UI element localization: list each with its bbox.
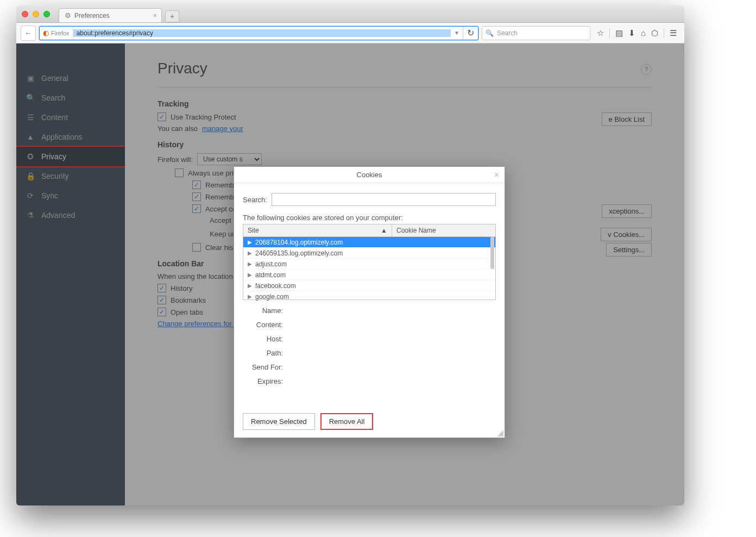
gear-icon: ⚙: [65, 11, 71, 20]
maximize-window-icon[interactable]: [43, 11, 50, 17]
window-titlebar: ⚙ Preferences × +: [16, 5, 684, 23]
downloads-icon[interactable]: ⬇: [628, 28, 635, 38]
remove-all-button[interactable]: Remove All: [320, 413, 374, 430]
cookie-detail-row: Send For:: [243, 360, 496, 374]
pocket-icon[interactable]: ⬡: [651, 28, 658, 38]
cookie-site-row[interactable]: ▶adjust.com: [243, 259, 495, 270]
expand-icon: ▶: [248, 250, 252, 256]
close-window-icon[interactable]: [22, 11, 28, 17]
site-name: atdmt.com: [255, 271, 286, 279]
col-name-header[interactable]: Cookie Name: [392, 224, 495, 236]
url-identity-label: Firefox: [51, 30, 70, 36]
detail-label: Name:: [243, 307, 286, 315]
cookie-detail-row: Name:: [243, 303, 496, 317]
expand-icon: ▶: [248, 239, 252, 245]
separator: [609, 28, 610, 38]
new-tab-button[interactable]: +: [165, 10, 179, 22]
menu-icon[interactable]: ☰: [670, 28, 677, 38]
col-site-header[interactable]: Site ▲: [243, 224, 392, 236]
resize-handle[interactable]: [497, 430, 503, 436]
cookie-detail-row: Expires:: [243, 374, 496, 388]
cookie-site-row[interactable]: ▶google.com: [243, 291, 495, 302]
site-name: 206878104.log.optimizely.com: [255, 239, 343, 246]
detail-label: Expires:: [243, 377, 286, 385]
cookie-site-row[interactable]: ▶206878104.log.optimizely.com: [243, 237, 495, 248]
separator: [664, 28, 664, 38]
reload-button[interactable]: ↻: [463, 27, 478, 40]
firefox-icon: ◐: [43, 29, 49, 37]
expand-icon: ▶: [248, 261, 252, 267]
url-dropdown-icon[interactable]: ▼: [451, 30, 463, 36]
expand-icon: ▶: [248, 294, 252, 299]
remove-selected-button[interactable]: Remove Selected: [243, 413, 315, 430]
close-tab-icon[interactable]: ×: [153, 12, 157, 20]
sort-asc-icon: ▲: [381, 227, 387, 234]
detail-label: Send For:: [243, 363, 286, 371]
dialog-title: Cookies: [357, 171, 382, 179]
cookie-detail-row: Path:: [243, 346, 496, 360]
back-button[interactable]: ←: [21, 26, 36, 41]
expand-icon: ▶: [248, 283, 252, 289]
site-name: 246059135.log.optimizely.com: [255, 249, 343, 257]
scrollbar[interactable]: [490, 236, 494, 269]
url-text[interactable]: about:preferences#privacy: [73, 29, 451, 37]
cookie-detail-row: Content:: [243, 317, 496, 332]
cookie-site-row[interactable]: ▶atdmt.com: [243, 270, 495, 280]
search-bar[interactable]: 🔍 Search: [482, 26, 590, 40]
search-label: Search:: [243, 196, 267, 204]
home-icon[interactable]: ⌂: [641, 28, 646, 38]
detail-label: Host:: [243, 335, 286, 343]
expand-icon: ▶: [248, 272, 252, 278]
cookie-site-row[interactable]: ▶facebook.com: [243, 280, 495, 291]
bookmark-star-icon[interactable]: ☆: [597, 28, 604, 38]
search-placeholder: Search: [497, 29, 518, 37]
cookie-site-row[interactable]: ▶246059135.log.optimizely.com: [243, 248, 495, 259]
tab-title: Preferences: [74, 12, 110, 20]
browser-tab[interactable]: ⚙ Preferences ×: [59, 8, 162, 22]
cookie-detail-row: Host:: [243, 332, 496, 346]
site-name: facebook.com: [255, 282, 296, 290]
cookie-search-input[interactable]: [272, 193, 496, 206]
search-icon: 🔍: [486, 29, 494, 37]
browser-toolbar: ← ◐ Firefox about:preferences#privacy ▼ …: [16, 23, 684, 43]
library-icon[interactable]: ▤: [615, 28, 623, 38]
cookies-dialog: Cookies × Search: The following cookies …: [234, 166, 505, 438]
close-icon[interactable]: ×: [494, 170, 499, 180]
site-name: adjust.com: [255, 260, 287, 268]
stored-text: The following cookies are stored on your…: [243, 214, 496, 222]
minimize-window-icon[interactable]: [33, 11, 39, 17]
detail-label: Content:: [243, 321, 286, 329]
url-bar[interactable]: ◐ Firefox about:preferences#privacy ▼ ↻: [39, 26, 478, 40]
detail-label: Path:: [243, 349, 286, 357]
cookie-list: Site ▲ Cookie Name ▶206878104.log.optimi…: [243, 224, 496, 300]
site-name: google.com: [255, 293, 289, 301]
